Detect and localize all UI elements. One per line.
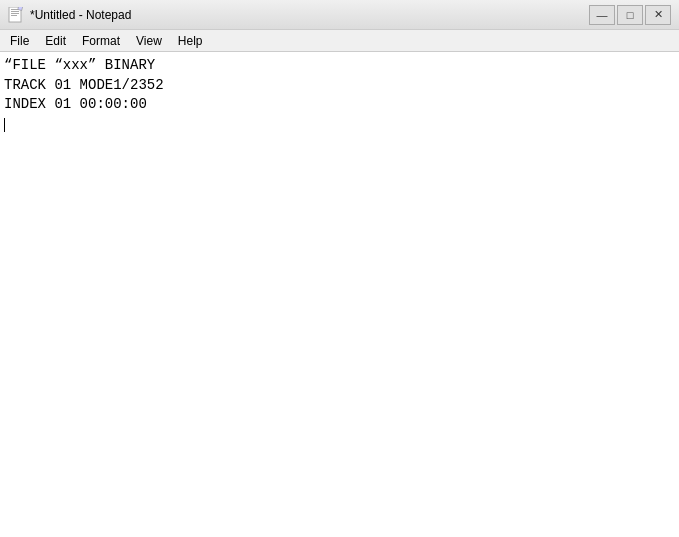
close-button[interactable]: ✕	[645, 5, 671, 25]
window-title: *Untitled - Notepad	[30, 8, 589, 22]
svg-rect-3	[11, 13, 19, 14]
menu-file[interactable]: File	[2, 30, 37, 51]
svg-rect-4	[11, 15, 17, 16]
svg-rect-2	[11, 11, 19, 12]
app-icon	[8, 7, 24, 23]
minimize-button[interactable]: —	[589, 5, 615, 25]
menu-view[interactable]: View	[128, 30, 170, 51]
title-bar: *Untitled - Notepad — □ ✕	[0, 0, 679, 30]
menu-bar: File Edit Format View Help	[0, 30, 679, 52]
menu-help[interactable]: Help	[170, 30, 211, 51]
title-bar-buttons: — □ ✕	[589, 5, 671, 25]
editor-area[interactable]: “FILE “xxx” BINARY TRACK 01 MODE1/2352 I…	[0, 52, 679, 537]
editor-content[interactable]: “FILE “xxx” BINARY TRACK 01 MODE1/2352 I…	[4, 56, 675, 134]
menu-edit[interactable]: Edit	[37, 30, 74, 51]
maximize-button[interactable]: □	[617, 5, 643, 25]
menu-format[interactable]: Format	[74, 30, 128, 51]
